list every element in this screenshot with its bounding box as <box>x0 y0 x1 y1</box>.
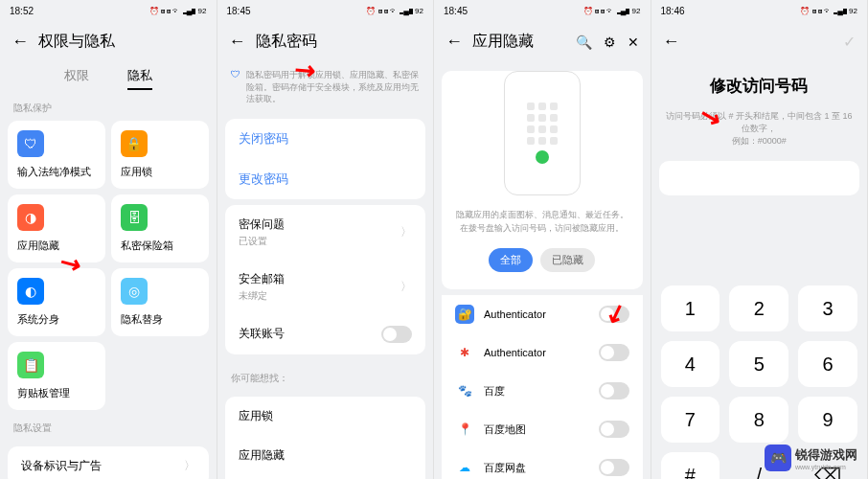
app-icon: 🐾 <box>455 381 474 400</box>
time: 18:45 <box>227 6 251 16</box>
toggle-app[interactable] <box>599 306 629 323</box>
status-icons: ⏰ ▣ ▣ ᯤ ▂▄▆ 92 <box>583 7 641 15</box>
toggle-app[interactable] <box>599 382 629 399</box>
app-icon: 📍 <box>455 420 474 439</box>
back-button[interactable]: ← <box>663 32 680 52</box>
app-row: 🐾百度 <box>442 372 643 410</box>
section-label: 隐私设置 <box>0 410 217 441</box>
tab-permissions[interactable]: 权限 <box>64 61 89 90</box>
description: 隐藏应用的桌面图标、消息通知、最近任务。在拨号盘输入访问号码，访问被隐藏应用。 <box>442 205 643 239</box>
desc-line1: 访问号码必须以 # 开头和结尾，中间包含 1 至 16 位数字， <box>651 110 868 135</box>
chip-all[interactable]: 全部 <box>489 248 533 272</box>
app-icon: ✱ <box>455 343 474 362</box>
key-2[interactable]: 2 <box>729 285 788 331</box>
section-label: 你可能想找： <box>217 360 434 391</box>
status-icons: ⏰ ▣ ▣ ᯤ ▂▄▆ 92 <box>366 7 423 15</box>
time: 18:52 <box>10 6 34 16</box>
chevron-right-icon: 〉 <box>400 224 412 240</box>
tile-applock[interactable]: 🔒应用锁 <box>111 121 209 189</box>
app-row: ✱Authenticator <box>442 333 643 372</box>
key-9[interactable]: 9 <box>798 397 857 443</box>
close-icon[interactable]: ✕ <box>628 34 639 50</box>
row-close-pwd[interactable]: 关闭密码 <box>225 119 426 159</box>
key-8[interactable]: 8 <box>729 397 788 443</box>
tile-ime[interactable]: 🛡输入法纯净模式 <box>8 121 105 189</box>
toggle-app[interactable] <box>599 459 629 476</box>
tab-privacy[interactable]: 隐私 <box>127 61 152 90</box>
lock-icon: 🔒 <box>121 130 148 157</box>
row-security-q[interactable]: 密保问题已设置 〉 <box>225 205 426 260</box>
back-button[interactable]: ← <box>11 32 29 52</box>
row-email[interactable]: 安全邮箱未绑定 〉 <box>225 260 426 314</box>
key-3[interactable]: 3 <box>798 285 857 331</box>
app-row: ☁百度网盘 <box>442 448 643 479</box>
tile-subst[interactable]: ◎隐私替身 <box>111 268 209 336</box>
toggle-app[interactable] <box>599 421 629 438</box>
app-row: 📍百度地图 <box>442 410 643 448</box>
info-text: 隐私密码用于解锁应用锁、应用隐藏、私密保险箱。密码存储于安全模块，系统及应用均无… <box>246 69 421 105</box>
clone-icon: ◐ <box>17 278 44 305</box>
watermark: 🎮 锐得游戏网 www.ytruida.com <box>765 445 857 471</box>
row-account[interactable]: 关联账号 <box>225 314 426 354</box>
back-button[interactable]: ← <box>229 32 246 52</box>
page-title: 应用隐藏 <box>472 32 534 52</box>
tile-clipboard[interactable]: 📋剪贴板管理 <box>8 342 105 410</box>
app-icon: ☁ <box>455 458 474 477</box>
desc-line2: 例如：#0000# <box>651 135 868 148</box>
search-icon[interactable]: 🔍 <box>576 34 592 50</box>
section-label: 隐私保护 <box>0 90 217 121</box>
logo-icon: 🎮 <box>765 445 791 471</box>
page-title: 修改访问号码 <box>651 61 868 110</box>
access-code-input[interactable] <box>659 161 860 195</box>
chip-hidden[interactable]: 已隐藏 <box>540 248 595 272</box>
chevron-right-icon: 〉 <box>400 279 412 295</box>
suggest-apphide[interactable]: 应用隐藏 <box>225 436 426 475</box>
page-title: 隐私密码 <box>256 32 317 52</box>
shield-icon: 🛡 <box>17 130 44 157</box>
toggle-app[interactable] <box>599 344 629 361</box>
status-icons: ⏰ ▣ ▣ ᯤ ▂▄▆ 92 <box>800 7 857 15</box>
info-icon: 🛡 <box>231 69 240 105</box>
vault-icon: 🗄 <box>121 204 148 231</box>
settings-icon[interactable]: ⚙ <box>604 34 616 50</box>
status-icons: ⏰ ▣ ▣ ᯤ ▂▄▆ 92 <box>149 7 207 15</box>
suggest-vault[interactable]: 私密保险箱 <box>225 475 426 479</box>
time: 18:45 <box>444 6 468 16</box>
row-device-id[interactable]: 设备标识与广告 〉 <box>8 446 209 479</box>
app-icon: 🔐 <box>455 305 474 324</box>
back-button[interactable]: ← <box>445 32 463 52</box>
page-title: 权限与隐私 <box>38 32 115 52</box>
tile-vault[interactable]: 🗄私密保险箱 <box>111 194 209 262</box>
suggest-applock[interactable]: 应用锁 <box>225 397 426 436</box>
toggle-account[interactable] <box>381 326 412 343</box>
key-5[interactable]: 5 <box>729 341 788 387</box>
chevron-right-icon: 〉 <box>184 458 195 474</box>
row-change-pwd[interactable]: 更改密码 <box>225 159 426 199</box>
tile-apphide[interactable]: ◑应用隐藏 <box>8 194 105 262</box>
clipboard-icon: 📋 <box>17 352 44 378</box>
app-row: 🔐Authenticator <box>442 295 643 333</box>
key-hash[interactable]: # <box>661 452 720 479</box>
subst-icon: ◎ <box>121 278 148 305</box>
key-6[interactable]: 6 <box>798 341 857 387</box>
illustration <box>504 71 581 195</box>
tile-clone[interactable]: ◐系统分身 <box>8 268 105 336</box>
key-7[interactable]: 7 <box>661 397 720 443</box>
hide-icon: ◑ <box>17 204 44 231</box>
key-4[interactable]: 4 <box>661 341 720 387</box>
key-1[interactable]: 1 <box>661 285 720 331</box>
time: 18:46 <box>661 6 685 16</box>
confirm-icon[interactable]: ✓ <box>843 33 856 51</box>
